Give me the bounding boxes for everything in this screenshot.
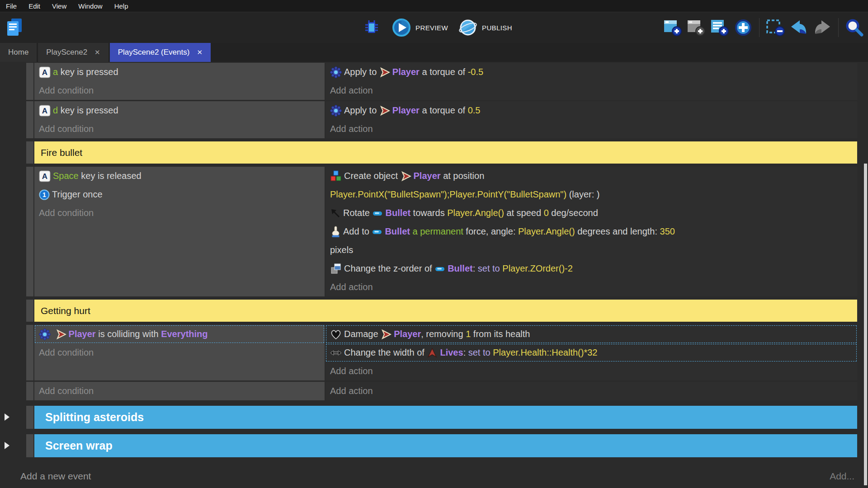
add-action-button[interactable]: Add action bbox=[326, 81, 857, 100]
event-text: , removing bbox=[421, 329, 466, 339]
event-handle[interactable] bbox=[26, 167, 33, 296]
condition-line[interactable]: Ad key is pressed bbox=[34, 101, 325, 120]
action-line[interactable]: Damage Player, removing 1 from its healt… bbox=[326, 325, 857, 343]
add-label: Add action bbox=[330, 386, 373, 396]
add-label: Add action bbox=[330, 124, 373, 134]
event-handle[interactable] bbox=[26, 63, 33, 100]
delete-selection-button[interactable] bbox=[765, 18, 785, 38]
event-handle[interactable] bbox=[26, 434, 33, 457]
tab-playscene2[interactable]: PlayScene2✕ bbox=[38, 43, 108, 62]
object-name: Bullet bbox=[385, 208, 410, 218]
action-line[interactable]: Create object Player at position bbox=[326, 167, 857, 185]
tab-bar: HomePlayScene2✕PlayScene2 (Events)✕ bbox=[0, 43, 868, 62]
action-line[interactable]: Change the width of Lives: set to Player… bbox=[326, 343, 857, 362]
project-manager-button[interactable] bbox=[5, 18, 24, 38]
menu-window[interactable]: Window bbox=[72, 0, 108, 12]
event-text: Space bbox=[53, 171, 79, 181]
object-name: Player bbox=[392, 67, 420, 77]
search-button[interactable] bbox=[844, 18, 864, 38]
close-icon[interactable]: ✕ bbox=[197, 48, 203, 56]
menu-help[interactable]: Help bbox=[108, 0, 134, 12]
event-text: Player.Health::Health()*32 bbox=[493, 347, 597, 358]
action-line[interactable]: Apply to Player a torque of 0.5 bbox=[326, 101, 857, 120]
add-subevent-button[interactable] bbox=[686, 18, 706, 38]
event-text: deg/second bbox=[549, 208, 598, 218]
publish-button[interactable]: PUBLISH bbox=[458, 18, 512, 38]
conditions-cell: Player is colliding with EverythingAdd c… bbox=[34, 325, 325, 380]
action-line[interactable]: Player.PointX("BulletSpawn");Player.Poin… bbox=[326, 185, 857, 204]
menu-edit[interactable]: Edit bbox=[23, 0, 46, 12]
event-handle[interactable] bbox=[26, 300, 33, 322]
event-handle[interactable] bbox=[26, 406, 33, 429]
add-action-button[interactable]: Add action bbox=[326, 120, 857, 138]
event-text: Apply to bbox=[344, 67, 379, 77]
event-text: force, angle: bbox=[463, 226, 518, 237]
event-handle[interactable] bbox=[26, 141, 33, 164]
condition-line[interactable]: Player is colliding with Everything bbox=[34, 325, 325, 343]
tab-home[interactable]: Home bbox=[0, 43, 37, 62]
player-icon bbox=[379, 67, 390, 78]
physics-icon bbox=[330, 66, 342, 78]
add-action-button[interactable]: Add action bbox=[326, 362, 857, 380]
add-action-button[interactable]: Add action bbox=[326, 382, 857, 400]
add-label: Add condition bbox=[39, 85, 94, 96]
close-icon[interactable]: ✕ bbox=[94, 48, 100, 56]
action-line[interactable]: Apply to Player a torque of -0.5 bbox=[326, 63, 857, 81]
lives-icon bbox=[427, 347, 438, 358]
add-action-button[interactable]: Add action bbox=[326, 278, 857, 296]
condition-line[interactable]: 1Trigger once bbox=[34, 185, 325, 204]
debugger-button[interactable] bbox=[362, 18, 382, 38]
add-label: Add action bbox=[330, 282, 373, 292]
add-event-button[interactable] bbox=[663, 18, 683, 38]
comment-text[interactable]: Getting hurt bbox=[34, 300, 857, 322]
add-condition-button[interactable]: Add condition bbox=[34, 120, 325, 138]
menu-view[interactable]: View bbox=[46, 0, 72, 12]
action-line[interactable]: Add to Bullet a permanent force, angle: … bbox=[326, 222, 857, 241]
add-button[interactable]: Add... bbox=[830, 471, 854, 482]
action-line[interactable]: Rotate Bullet towards Player.Angle() at … bbox=[326, 204, 857, 222]
condition-line[interactable]: Aa key is pressed bbox=[34, 63, 325, 81]
add-condition-button[interactable]: Add condition bbox=[34, 81, 325, 100]
menu-file[interactable]: File bbox=[0, 0, 23, 12]
event-handle[interactable] bbox=[26, 101, 33, 138]
redo-button[interactable] bbox=[812, 18, 832, 38]
condition-line[interactable]: ASpace key is released bbox=[34, 167, 325, 185]
action-line[interactable]: Change the z-order of Bullet: set to Pla… bbox=[326, 259, 857, 278]
add-new-event-button[interactable]: Add a new event bbox=[20, 471, 91, 482]
vertical-scrollbar[interactable] bbox=[864, 164, 867, 485]
action-line[interactable]: pixels bbox=[326, 241, 857, 259]
preview-button[interactable]: PREVIEW bbox=[392, 18, 448, 38]
toolbar-separator bbox=[838, 18, 839, 37]
actions-cell: Add action bbox=[326, 382, 857, 400]
add-comment-button[interactable] bbox=[710, 18, 730, 38]
keyboard-icon: A bbox=[39, 66, 51, 78]
add-condition-button[interactable]: Add condition bbox=[34, 343, 325, 362]
physics-icon bbox=[330, 105, 342, 117]
player-icon bbox=[401, 171, 411, 182]
planet-icon bbox=[458, 18, 478, 38]
event-text: Trigger once bbox=[52, 189, 103, 200]
add-condition-button[interactable]: Add condition bbox=[34, 382, 325, 400]
comment-text[interactable]: Fire bullet bbox=[34, 141, 857, 164]
group-title[interactable]: Screen wrap bbox=[34, 434, 857, 457]
event-row: ASpace key is released1Trigger onceAdd c… bbox=[26, 167, 857, 296]
event-text: Damage bbox=[344, 329, 381, 339]
event-text: d bbox=[53, 105, 58, 116]
add-condition-button[interactable]: Add condition bbox=[34, 204, 325, 222]
add-circle-button[interactable] bbox=[733, 18, 753, 38]
event-handle[interactable] bbox=[26, 382, 33, 400]
tab-playscene2-events[interactable]: PlayScene2 (Events)✕ bbox=[110, 43, 211, 62]
group-title[interactable]: Splitting asteroids bbox=[34, 406, 857, 429]
group-row: Splitting asteroids bbox=[26, 406, 857, 429]
expand-arrow-icon[interactable] bbox=[5, 413, 9, 421]
event-text: is colliding with bbox=[96, 329, 161, 339]
object-name: Everything bbox=[161, 329, 208, 339]
player-icon bbox=[56, 329, 66, 340]
zorder-icon bbox=[330, 263, 342, 275]
undo-button[interactable] bbox=[789, 18, 809, 38]
add-label: Add condition bbox=[39, 347, 94, 358]
expand-arrow-icon[interactable] bbox=[5, 442, 9, 449]
event-handle[interactable] bbox=[26, 325, 33, 380]
physics-icon bbox=[39, 328, 51, 340]
add-label: Add action bbox=[330, 85, 373, 96]
